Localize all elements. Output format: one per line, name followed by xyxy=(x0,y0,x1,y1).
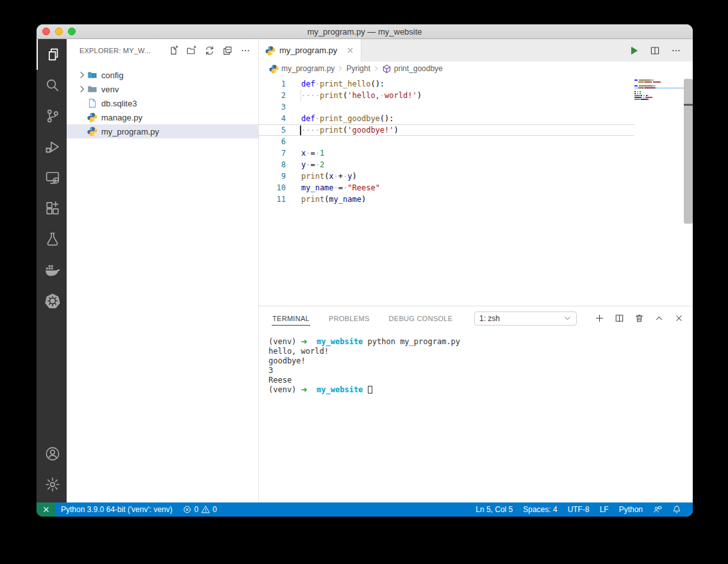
status-eol[interactable]: LF xyxy=(595,502,614,517)
line-number[interactable]: 5 xyxy=(259,125,288,135)
text-cursor xyxy=(300,126,301,135)
file-tree-item-my_program.py[interactable]: my_program.py xyxy=(67,124,258,138)
status-encoding[interactable]: UTF-8 xyxy=(563,502,595,517)
collapse-folders-button[interactable] xyxy=(222,46,233,56)
terminal-shell-select[interactable]: 1: zsh xyxy=(474,311,577,326)
minimap-segment xyxy=(638,87,643,88)
code-line-2[interactable]: 2····print('hello,·world!') xyxy=(259,90,634,101)
activity-item-accounts[interactable] xyxy=(37,438,67,469)
code-line-5[interactable]: 5····print('goodbye!') xyxy=(259,124,634,136)
status-notifications[interactable] xyxy=(667,502,686,517)
new-terminal-button[interactable] xyxy=(595,313,604,323)
code-token: · xyxy=(334,172,338,181)
new-file-button[interactable] xyxy=(169,46,179,56)
code-token: 1 xyxy=(320,149,324,158)
activity-item-kubernetes[interactable] xyxy=(37,285,67,316)
line-number[interactable]: 10 xyxy=(259,182,288,194)
activity-item-extensions[interactable] xyxy=(37,193,67,224)
code-line-7[interactable]: 7x·=·1 xyxy=(259,147,634,159)
activity-item-search[interactable] xyxy=(37,70,67,101)
code-line-6[interactable]: 6 xyxy=(259,136,634,147)
scrollbar-thumb[interactable] xyxy=(684,79,693,224)
minimap-line xyxy=(634,99,684,101)
code-editor[interactable]: 1def·print_hello():2····print('hello,·wo… xyxy=(259,76,634,306)
terminal[interactable]: (venv) ➜ my_website python my_program.py… xyxy=(259,330,693,502)
more-actions-button[interactable] xyxy=(671,46,681,56)
activity-item-settings[interactable] xyxy=(37,469,67,500)
code-token: · xyxy=(334,183,338,192)
breadcrumb-item-print_goodbye[interactable]: print_goodbye xyxy=(382,64,443,74)
line-number[interactable]: 7 xyxy=(259,147,288,159)
code-token: 'goodbye!' xyxy=(347,126,393,135)
refresh-explorer-button[interactable] xyxy=(204,46,215,56)
line-number[interactable]: 4 xyxy=(259,113,288,124)
code-line-10[interactable]: 10my_name·=·"Reese" xyxy=(259,182,634,194)
code-line-4[interactable]: 4def·print_goodbye(): xyxy=(259,113,634,124)
status-problems[interactable]: 00 xyxy=(178,502,222,517)
run-python-file-button[interactable] xyxy=(629,46,639,56)
activity-item-testing[interactable] xyxy=(37,224,67,254)
terminal-line: (venv) ➜ my_website xyxy=(269,385,693,395)
split-editor-button[interactable] xyxy=(650,46,660,56)
line-number[interactable]: 2 xyxy=(259,90,288,101)
activity-item-docker[interactable] xyxy=(37,254,67,285)
file-tree-item-venv[interactable]: venv xyxy=(67,82,258,96)
code-token: ) xyxy=(361,195,366,204)
line-number[interactable]: 11 xyxy=(259,194,288,205)
split-terminal-button[interactable] xyxy=(615,313,624,323)
close-tab-icon[interactable] xyxy=(346,46,354,54)
panel-tab-terminal[interactable]: TERMINAL xyxy=(272,311,310,326)
line-content: y·=·2 xyxy=(301,159,324,170)
new-folder-button[interactable] xyxy=(186,46,197,56)
status-label: Python xyxy=(619,505,643,514)
status-python-interpreter[interactable]: Python 3.9.0 64-bit ('venv': venv) xyxy=(56,502,178,517)
activity-item-source-control[interactable] xyxy=(37,101,67,131)
status-remote-indicator[interactable] xyxy=(37,502,56,517)
code-token: · xyxy=(315,149,320,158)
activity-item-remote-explorer[interactable] xyxy=(37,162,67,193)
kill-terminal-button[interactable] xyxy=(634,313,644,323)
vscode-window: my_program.py — my_website EXPLORER: MY_… xyxy=(37,24,693,517)
line-number[interactable]: 9 xyxy=(259,170,288,182)
code-token: 2 xyxy=(320,160,324,169)
status-cursor-position[interactable]: Ln 5, Col 5 xyxy=(470,502,518,517)
minimap-segment xyxy=(652,85,656,87)
maximize-panel-button[interactable] xyxy=(654,313,664,323)
code-line-1[interactable]: 1def·print_hello(): xyxy=(259,78,634,90)
code-token: ···· xyxy=(301,126,320,135)
breadcrumb-item-Pyright[interactable]: Pyright xyxy=(346,64,370,73)
minimap-segment xyxy=(655,87,656,88)
code-line-9[interactable]: 9print(x·+·y) xyxy=(259,170,634,182)
python-icon xyxy=(87,112,97,122)
file-tree-item-config[interactable]: config xyxy=(67,68,258,82)
file-tree-item-db.sqlite3[interactable]: db.sqlite3 xyxy=(67,96,258,110)
code-line-8[interactable]: 8y·=·2 xyxy=(259,159,634,170)
chevron-right-icon xyxy=(336,65,344,72)
folder-config-icon xyxy=(87,70,97,80)
file-tree-item-manage.py[interactable]: manage.py xyxy=(67,110,258,124)
line-number[interactable]: 1 xyxy=(259,78,288,90)
zoom-window-button[interactable] xyxy=(68,28,76,35)
minimize-window-button[interactable] xyxy=(55,28,63,35)
panel-tab-debug-console[interactable]: DEBUG CONSOLE xyxy=(388,311,454,326)
views-more-actions-button[interactable] xyxy=(240,46,251,56)
line-number[interactable]: 8 xyxy=(259,159,288,170)
activity-item-run-and-debug[interactable] xyxy=(37,131,67,162)
minimap-segment xyxy=(640,93,641,94)
activity-item-explorer[interactable] xyxy=(37,39,67,70)
status-indentation[interactable]: Spaces: 4 xyxy=(518,502,562,517)
close-window-button[interactable] xyxy=(42,28,50,35)
code-line-11[interactable]: 11print(my_name) xyxy=(259,194,634,205)
status-language-mode[interactable]: Python xyxy=(614,502,648,517)
breadcrumb-item-my_program.py[interactable]: my_program.py xyxy=(269,64,335,74)
minimap[interactable] xyxy=(634,76,684,306)
editor-group: my_program.py my_program.pyPyrightprint_… xyxy=(259,39,693,502)
panel-tab-problems[interactable]: PROBLEMS xyxy=(328,311,370,326)
close-panel-button[interactable] xyxy=(674,313,684,323)
line-number[interactable]: 3 xyxy=(259,101,288,113)
status-feedback[interactable] xyxy=(648,502,667,517)
editor-tab-my_program.py[interactable]: my_program.py xyxy=(259,39,361,62)
account-icon xyxy=(45,446,60,461)
code-line-3[interactable]: 3 xyxy=(259,101,634,113)
line-number[interactable]: 6 xyxy=(259,136,288,147)
